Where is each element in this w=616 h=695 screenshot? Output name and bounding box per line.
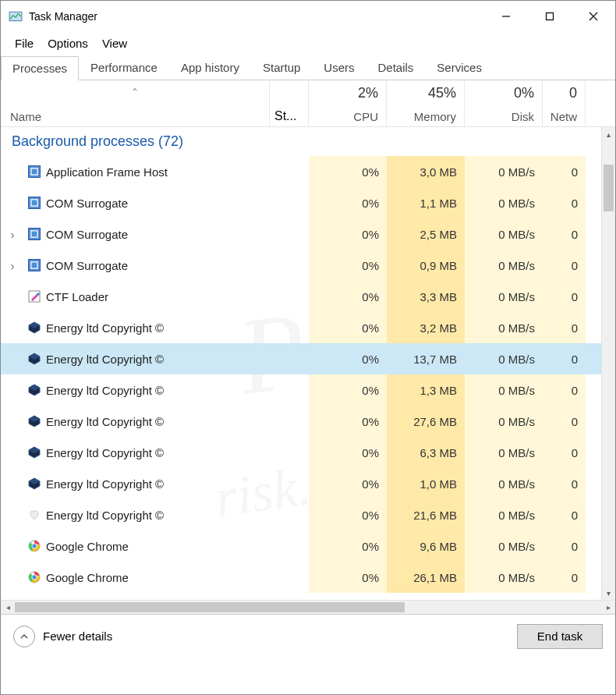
column-name[interactable]: ⌃ Name	[1, 80, 270, 126]
window-title: Task Manager	[29, 10, 484, 23]
process-row[interactable]: ›COM Surrogate0%0,9 MB0 MB/s0	[1, 250, 615, 281]
column-disk[interactable]: 0% Disk	[465, 80, 543, 126]
scrollbar-thumb-horizontal[interactable]	[15, 602, 405, 612]
section-header[interactable]: Background processes (72)	[1, 127, 615, 156]
expand-icon	[1, 374, 24, 406]
column-cpu[interactable]: 2% CPU	[309, 80, 387, 126]
process-cpu: 0%	[309, 312, 387, 343]
process-name: Energy ltd Copyright ©	[44, 499, 270, 530]
process-disk: 0 MB/s	[465, 312, 543, 343]
process-name: Google Chrome	[44, 530, 270, 562]
process-status	[270, 156, 309, 187]
process-disk: 0 MB/s	[465, 530, 543, 562]
svg-rect-0	[9, 12, 22, 20]
process-disk: 0 MB/s	[465, 562, 543, 593]
tab-performance[interactable]: Performance	[79, 55, 169, 80]
tab-startup[interactable]: Startup	[251, 55, 312, 80]
process-status	[270, 187, 309, 218]
process-row[interactable]: CTF Loader0%3,3 MB0 MB/s0	[1, 281, 615, 312]
process-status	[270, 468, 309, 499]
expand-icon	[1, 406, 24, 437]
process-status	[270, 499, 309, 530]
scroll-right-icon[interactable]: ▸	[601, 601, 615, 615]
process-icon	[24, 499, 44, 530]
network-label: Netw	[551, 110, 577, 123]
process-disk: 0 MB/s	[465, 187, 543, 218]
cpu-percent: 2%	[358, 85, 378, 101]
tab-services[interactable]: Services	[425, 55, 494, 80]
expand-icon[interactable]: ›	[1, 250, 24, 281]
process-memory: 3,0 MB	[387, 156, 465, 187]
tab-processes[interactable]: Processes	[1, 56, 79, 80]
process-memory: 13,7 MB	[387, 343, 465, 374]
scroll-down-icon[interactable]: ▾	[602, 586, 615, 600]
column-status-label: St...	[274, 109, 296, 123]
process-cpu: 0%	[309, 187, 387, 218]
process-row[interactable]: Energy ltd Copyright ©0%1,0 MB0 MB/s0	[1, 468, 615, 499]
process-cpu: 0%	[309, 406, 387, 437]
process-row[interactable]: COM Surrogate0%1,1 MB0 MB/s0	[1, 187, 615, 218]
process-disk: 0 MB/s	[465, 406, 543, 437]
tab-users[interactable]: Users	[312, 55, 366, 80]
process-row[interactable]: Energy ltd Copyright ©0%6,3 MB0 MB/s0	[1, 437, 615, 468]
end-task-button[interactable]: End task	[517, 624, 603, 649]
expand-icon	[1, 437, 24, 468]
column-network[interactable]: 0 Netw	[543, 80, 586, 126]
process-disk: 0 MB/s	[465, 250, 543, 281]
process-memory: 3,3 MB	[387, 281, 465, 312]
expand-icon	[1, 312, 24, 343]
process-name: Google Chrome	[44, 562, 270, 593]
process-network: 0	[543, 250, 586, 281]
process-status	[270, 343, 309, 374]
svg-rect-13	[32, 263, 37, 268]
process-row[interactable]: Google Chrome0%9,6 MB0 MB/s0	[1, 530, 615, 562]
scrollbar-horizontal[interactable]: ◂ ▸	[1, 600, 615, 614]
column-memory[interactable]: 45% Memory	[387, 80, 465, 126]
process-row[interactable]: Energy ltd Copyright ©0%13,7 MB0 MB/s0	[1, 343, 615, 374]
expand-icon[interactable]: ›	[1, 218, 24, 250]
process-memory: 9,6 MB	[387, 530, 465, 562]
process-network: 0	[543, 374, 586, 406]
disk-percent: 0%	[514, 85, 534, 101]
menu-view[interactable]: View	[96, 35, 133, 51]
process-memory: 3,2 MB	[387, 312, 465, 343]
process-disk: 0 MB/s	[465, 218, 543, 250]
process-row[interactable]: ›COM Surrogate0%2,5 MB0 MB/s0	[1, 218, 615, 250]
scrollbar-thumb-vertical[interactable]	[604, 165, 614, 211]
process-cpu: 0%	[309, 374, 387, 406]
tab-details[interactable]: Details	[366, 55, 426, 80]
minimize-button[interactable]	[484, 1, 528, 32]
process-network: 0	[543, 468, 586, 499]
svg-point-32	[32, 575, 37, 580]
close-button[interactable]	[572, 1, 615, 32]
process-row[interactable]: Google Chrome0%26,1 MB0 MB/s0	[1, 562, 615, 593]
process-disk: 0 MB/s	[465, 437, 543, 468]
process-memory: 2,5 MB	[387, 218, 465, 250]
network-percent: 0	[569, 85, 577, 101]
column-status[interactable]: St...	[270, 80, 309, 126]
scrollbar-vertical[interactable]: ▴ ▾	[601, 127, 615, 600]
process-name: Energy ltd Copyright ©	[44, 374, 270, 406]
process-row[interactable]: Application Frame Host0%3,0 MB0 MB/s0	[1, 156, 615, 187]
fewer-details-button[interactable]: Fewer details	[13, 626, 112, 647]
process-row[interactable]: Energy ltd Copyright ©0%21,6 MB0 MB/s0	[1, 499, 615, 530]
process-row[interactable]: Energy ltd Copyright ©0%27,6 MB0 MB/s0	[1, 406, 615, 437]
process-name: Energy ltd Copyright ©	[44, 406, 270, 437]
process-memory: 26,1 MB	[387, 562, 465, 593]
process-disk: 0 MB/s	[465, 343, 543, 374]
process-network: 0	[543, 187, 586, 218]
scroll-up-icon[interactable]: ▴	[602, 127, 615, 141]
process-memory: 1,3 MB	[387, 374, 465, 406]
tab-app-history[interactable]: App history	[169, 55, 251, 80]
process-icon	[24, 218, 44, 250]
process-row[interactable]: Energy ltd Copyright ©0%1,3 MB0 MB/s0	[1, 374, 615, 406]
process-row[interactable]: Energy ltd Copyright ©0%3,2 MB0 MB/s0	[1, 312, 615, 343]
scroll-left-icon[interactable]: ◂	[1, 601, 15, 615]
svg-point-29	[32, 544, 37, 548]
process-icon	[24, 468, 44, 499]
process-cpu: 0%	[309, 218, 387, 250]
menu-options[interactable]: Options	[41, 35, 94, 51]
menu-file[interactable]: File	[9, 35, 40, 51]
maximize-button[interactable]	[528, 1, 572, 32]
process-status	[270, 250, 309, 281]
